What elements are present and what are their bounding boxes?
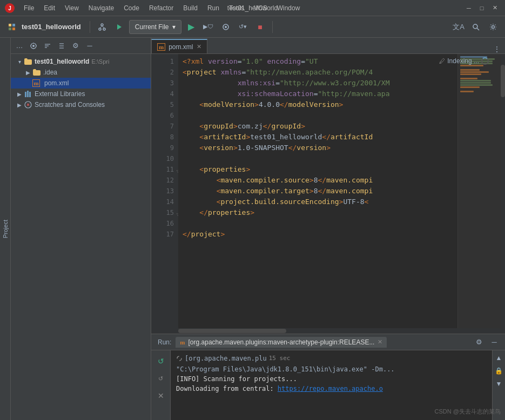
- maximize-button[interactable]: □: [476, 2, 488, 14]
- indexing-text: Indexing ...: [447, 57, 479, 65]
- svg-rect-30: [29, 92, 31, 97]
- sidebar-sort-btn[interactable]: [41, 39, 54, 52]
- sidebar-close-btn[interactable]: ─: [83, 39, 96, 52]
- folder-icon-idea: [32, 68, 41, 77]
- run-download-link[interactable]: https://repo.maven.apache.o: [278, 385, 383, 392]
- sidebar-collapse-btn[interactable]: …: [13, 39, 26, 52]
- run-scroll-down-btn[interactable]: ▼: [494, 378, 504, 389]
- editor-area: m pom.xml ✕ ⋮ 🖊 Indexing ... 1 2 3 4: [151, 38, 505, 420]
- menu-file[interactable]: File: [19, 3, 38, 13]
- svg-text:J: J: [8, 5, 11, 11]
- run-left-sidebar: ↺ ↺ ✕: [151, 350, 171, 420]
- line-num-7: 7: [151, 121, 178, 132]
- line-num-6: 6: [151, 110, 178, 121]
- scrollbar-thumb[interactable]: [501, 65, 505, 97]
- close-button[interactable]: ✕: [489, 2, 501, 14]
- run-config-dropdown[interactable]: Current File ▾: [129, 20, 181, 34]
- project-label-text[interactable]: Project: [2, 220, 9, 238]
- code-line-11: <properties>: [178, 164, 457, 175]
- tab-label: pom.xml: [169, 43, 193, 51]
- minimize-button[interactable]: ─: [463, 2, 475, 14]
- run-tab-icon: m: [180, 339, 185, 346]
- tree-arrow-extlib[interactable]: ▶: [15, 90, 24, 98]
- run-close-btn[interactable]: ─: [488, 336, 501, 349]
- vcs-icon-btn[interactable]: [95, 19, 110, 35]
- tab-pom-xml[interactable]: m pom.xml ✕: [151, 39, 207, 53]
- line-num-3: 3: [151, 78, 178, 89]
- svg-point-6: [101, 24, 103, 26]
- tab-xml-icon: m: [157, 43, 165, 51]
- run-btn[interactable]: ▶: [184, 19, 199, 35]
- tree-item-idea[interactable]: ▶ .idea: [11, 67, 151, 78]
- project-icon: [4, 19, 19, 35]
- code-line-5: <modelVersion>4.0.0</modelVersion>: [178, 99, 457, 110]
- code-line-9: <version>1.0-SNAPSHOT</version>: [178, 143, 457, 153]
- run-restart-btn[interactable]: ↺: [154, 355, 167, 368]
- run-scroll-lock-btn[interactable]: 🔒: [494, 365, 504, 376]
- menu-run[interactable]: Run: [203, 3, 224, 13]
- mini-line-14: [460, 84, 493, 86]
- toolbar-right: 文A: [451, 19, 501, 35]
- tree-item-root[interactable]: ▾ test01_helloworld E:\Spri: [11, 56, 151, 67]
- project-panel-label[interactable]: Project: [0, 38, 11, 420]
- mini-line-15: [460, 86, 480, 88]
- sidebar-toolbar: …: [11, 38, 151, 54]
- coverage-btn[interactable]: ▶🛡: [201, 19, 216, 35]
- svg-point-12: [225, 26, 227, 28]
- svg-rect-3: [12, 24, 15, 26]
- tree-arrow-root[interactable]: ▾: [15, 57, 24, 66]
- tree-item-extlib[interactable]: ▶ External Libraries: [11, 89, 151, 99]
- menu-navigate[interactable]: Navigate: [84, 3, 118, 13]
- vertical-scrollbar[interactable]: [501, 54, 505, 328]
- tree-item-pom[interactable]: m pom.xml: [11, 78, 151, 89]
- tree-arrow-idea[interactable]: ▶: [24, 68, 32, 77]
- code-content[interactable]: <?xml version="1.0" encoding="UT <projec…: [178, 54, 457, 328]
- stop-btn[interactable]: ■: [253, 19, 268, 35]
- code-line-3: xmlns:xsi="http://www.w3.org/2001/XM: [178, 78, 457, 89]
- profile-btn[interactable]: ↺▾: [235, 19, 251, 35]
- run-settings-btn[interactable]: ⚙: [473, 336, 486, 349]
- loading-spinner-icon: [176, 355, 183, 362]
- menu-view[interactable]: View: [60, 3, 83, 13]
- debug-btn[interactable]: [218, 19, 233, 35]
- run-info-text-1: [INFO] Scanning for projects...: [176, 375, 297, 383]
- code-line-2: <project xmlns="http://maven.apache.org/…: [178, 67, 457, 78]
- horizontal-scrollbar[interactable]: [151, 328, 505, 334]
- run-panel-tabs: Run: m [org.apache.maven.plugins:maven-a…: [151, 334, 505, 350]
- tree-item-scratches[interactable]: ▶ Scratches and Consoles: [11, 99, 151, 110]
- run-output-line-3: [INFO] Scanning for projects...: [176, 374, 487, 384]
- mini-line-9: [460, 73, 481, 75]
- project-tree: ▾ test01_helloworld E:\Spri ▶ .: [11, 54, 151, 420]
- settings-btn[interactable]: [486, 19, 501, 35]
- line-num-1: 1: [151, 56, 178, 67]
- sidebar-collapse-all-btn[interactable]: [55, 39, 68, 52]
- mini-line-7: [460, 69, 480, 71]
- run-scroll-up-btn[interactable]: ▲: [494, 353, 504, 363]
- sidebar-locate-btn[interactable]: [27, 39, 40, 52]
- run-tab-item[interactable]: m [org.apache.maven.plugins:maven-archet…: [176, 337, 387, 348]
- tree-root-path: E:\Spri: [91, 58, 109, 65]
- dropdown-arrow-icon: ▾: [172, 23, 176, 31]
- menu-refactor[interactable]: Refactor: [145, 3, 178, 13]
- sidebar-settings-btn[interactable]: ⚙: [69, 39, 82, 52]
- line-numbers: 1 2 3 4 5 6 7 8 9 10 11 ▽ 12 13 14 15 ▽ …: [151, 54, 178, 328]
- menu-code[interactable]: Code: [119, 3, 144, 13]
- menu-edit[interactable]: Edit: [39, 3, 59, 13]
- project-name: test01_helloworld: [22, 23, 81, 31]
- tree-arrow-scratches[interactable]: ▶: [15, 100, 24, 109]
- h-scrollbar-thumb[interactable]: [178, 329, 286, 333]
- scratches-icon: [24, 100, 32, 109]
- search-btn[interactable]: [468, 19, 483, 35]
- svg-point-15: [492, 25, 495, 28]
- tab-close-btn[interactable]: ✕: [197, 43, 201, 50]
- project-tree-panel: …: [11, 38, 151, 420]
- menu-build[interactable]: Build: [179, 3, 202, 13]
- run-stop-btn[interactable]: ✕: [154, 389, 167, 402]
- code-line-13: <maven.compiler.target>8</maven.compi: [178, 186, 457, 197]
- run-rerun-btn[interactable]: ↺: [154, 372, 167, 385]
- translate-btn[interactable]: 文A: [451, 19, 466, 35]
- navigate-back-btn[interactable]: [112, 19, 127, 35]
- tabs-menu-btn[interactable]: ⋮: [493, 45, 501, 53]
- run-tab-close-btn[interactable]: ✕: [378, 338, 382, 346]
- run-output-line-2: "C:\Program Files\Java\jdk1.8.0_151\bin\…: [176, 364, 487, 374]
